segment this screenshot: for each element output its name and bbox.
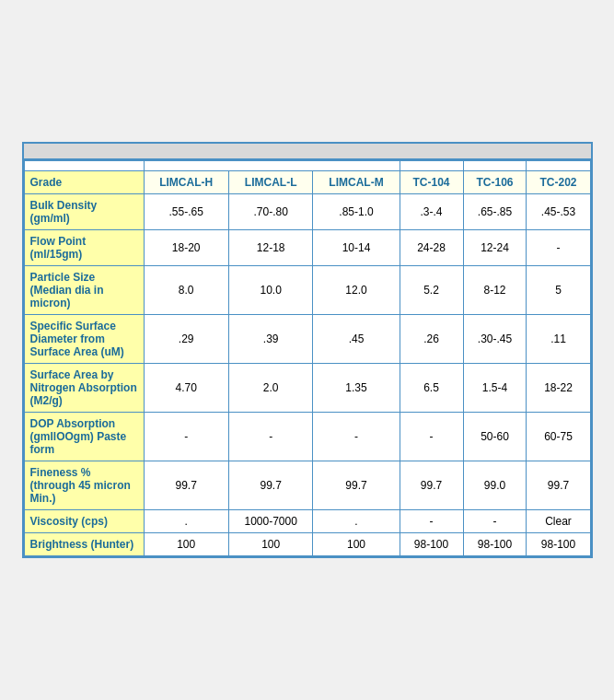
property-cell: Surface Area by Nitrogen Absorption (M2/… [24,364,144,413]
data-cell: LIMCAL-L [228,171,313,194]
data-cell: - [313,413,400,461]
data-cell: LIMCAL-M [313,171,400,194]
data-cell: - [228,413,313,461]
empty-header-cell [24,161,144,171]
data-cell: - [144,413,228,461]
data-cell: .39 [228,315,313,364]
table-row: Particle Size(Median dia in micron)8.010… [24,266,590,315]
data-cell: 99.7 [144,461,228,510]
data-cell: 12-24 [463,230,527,266]
data-cell: 1.35 [313,364,400,413]
data-cell: .29 [144,315,228,364]
data-cell: 12.0 [313,266,400,315]
data-cell: 100 [313,533,400,556]
data-cell: . [144,510,228,533]
data-cell: .65-.85 [463,194,527,230]
property-cell: Flow Point(ml/15gm) [24,230,144,266]
property-cell: Particle Size(Median dia in micron) [24,266,144,315]
data-cell: .45 [313,315,400,364]
data-cell: 99.7 [527,461,590,510]
property-cell: Fineness %(through 45 micron Min.) [24,461,144,510]
data-cell: 50-60 [463,413,527,461]
data-cell: 10.0 [228,266,313,315]
data-cell: - [400,510,463,533]
data-cell: 98-100 [400,533,463,556]
data-cell: .70-.80 [228,194,313,230]
data-cell: 98-100 [463,533,527,556]
data-cell: .11 [527,315,590,364]
data-cell: 6.5 [400,364,463,413]
properties-table: GradeLIMCAL-HLIMCAL-LLIMCAL-MTC-104TC-10… [24,160,591,556]
data-cell: 24-28 [400,230,463,266]
data-cell: - [400,413,463,461]
data-cell: TC-106 [463,171,527,194]
data-cell: 98-100 [527,533,590,556]
table-row: GradeLIMCAL-HLIMCAL-LLIMCAL-MTC-104TC-10… [24,171,590,194]
table-row: Specific Surface Diameter from Surface A… [24,315,590,364]
data-cell: 5.2 [400,266,463,315]
table-row: Brightness (Hunter)10010010098-10098-100… [24,533,590,556]
property-cell: Brightness (Hunter) [24,533,144,556]
data-cell: 8.0 [144,266,228,315]
dentrifice-header [144,161,400,171]
data-cell: .45-.53 [527,194,590,230]
header-row-dentrifice [24,161,590,171]
data-cell: 99.7 [313,461,400,510]
data-cell: 5 [527,266,590,315]
data-cell: 18-20 [144,230,228,266]
data-cell: TC-202 [527,171,590,194]
data-cell: 1000-7000 [228,510,313,533]
table-row: Bulk Density(gm/ml).55-.65.70-.80.85-1.0… [24,194,590,230]
property-cell: Specific Surface Diameter from Surface A… [24,315,144,364]
property-cell: Bulk Density(gm/ml) [24,194,144,230]
data-cell: 100 [228,533,313,556]
data-cell: 10-14 [313,230,400,266]
empty-header-3 [463,161,527,171]
table-row: Flow Point(ml/15gm)18-2012-1810-1424-281… [24,230,590,266]
data-cell: - [463,510,527,533]
data-cell: 100 [144,533,228,556]
table-row: Viscosity (cps).1000-7000.--Clear [24,510,590,533]
table-title [24,144,591,160]
data-cell: 18-22 [527,364,590,413]
property-cell: Grade [24,171,144,194]
data-cell: 60-75 [527,413,590,461]
empty-header-4 [527,161,590,171]
data-cell: Clear [527,510,590,533]
data-cell: . [313,510,400,533]
data-cell: 2.0 [228,364,313,413]
table-row: Surface Area by Nitrogen Absorption (M2/… [24,364,590,413]
data-cell: 4.70 [144,364,228,413]
data-cell: 12-18 [228,230,313,266]
data-cell: .85-1.0 [313,194,400,230]
data-cell: .55-.65 [144,194,228,230]
data-cell: .3-.4 [400,194,463,230]
data-cell: 99.0 [463,461,527,510]
data-cell: .30-.45 [463,315,527,364]
property-cell: Viscosity (cps) [24,510,144,533]
main-table-wrapper: GradeLIMCAL-HLIMCAL-LLIMCAL-MTC-104TC-10… [22,142,593,558]
data-cell: - [527,230,590,266]
empty-header-2 [400,161,463,171]
data-cell: 1.5-4 [463,364,527,413]
data-cell: 99.7 [400,461,463,510]
data-cell: LIMCAL-H [144,171,228,194]
property-cell: DOP Absorption (gmllOOgm) Paste form [24,413,144,461]
table-row: Fineness %(through 45 micron Min.)99.799… [24,461,590,510]
data-cell: TC-104 [400,171,463,194]
data-cell: 99.7 [228,461,313,510]
table-row: DOP Absorption (gmllOOgm) Paste form----… [24,413,590,461]
data-cell: 8-12 [463,266,527,315]
data-cell: .26 [400,315,463,364]
